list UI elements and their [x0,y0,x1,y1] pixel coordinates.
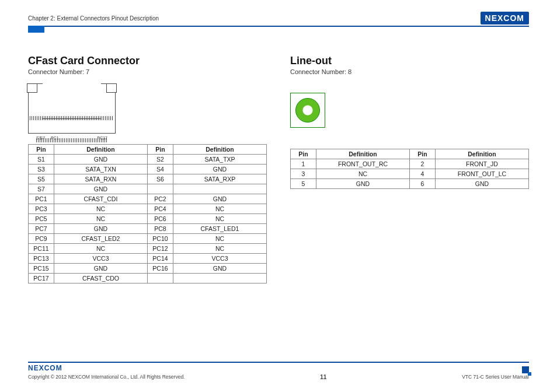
audio-jack-icon [295,98,320,123]
table-row: PC15GNDPC16GND [29,264,267,274]
th-def: Definition [54,145,148,155]
definition-cell: CFAST_CDO [54,274,148,284]
pin-cell: S4 [148,164,173,174]
definition-cell: GND [436,179,529,189]
definition-cell: NC [54,244,148,254]
definition-cell: CFAST_CDI [54,194,148,204]
lineout-diagram [290,93,325,128]
table-row: PC5NCPC6NC [29,214,267,224]
pin-cell: 6 [410,179,436,189]
th-def: Definition [173,145,267,155]
lineout-connector-number: Connector Number: 8 [290,68,529,75]
definition-cell: FRONT_OUT_RC [316,159,410,169]
pin-cell: PC10 [148,234,173,244]
pin-cell: PC9 [29,234,54,244]
chapter-title: Chapter 2: External Connectors Pinout De… [28,15,159,22]
footer-page-number: 11 [320,374,326,380]
pin-cell: 3 [291,169,316,179]
definition-cell: VCC3 [54,254,148,264]
footer-manual: VTC 71-C Series User Manual [462,374,529,380]
table-row: PC3NCPC4NC [29,204,267,214]
definition-cell: FRONT_OUT_LC [436,169,529,179]
table-row: S1GNDS2SATA_TXP [29,155,267,164]
definition-cell: NC [173,204,267,214]
th-pin: Pin [29,145,54,155]
table-row: PC9CFAST_LED2PC10NC [29,234,267,244]
footer-brand: NEXCOM [28,364,62,372]
definition-cell [173,184,267,194]
pin-cell: 1 [291,159,316,169]
cfast-title: CFast Card Connector [28,55,267,67]
lineout-pin-table: Pin Definition Pin Definition 1FRONT_OUT… [290,149,529,189]
cfast-section: CFast Card Connector Connector Number: 7… [28,55,267,284]
definition-cell: GND [173,264,267,274]
pin-cell: PC11 [29,244,54,254]
definition-cell [173,274,267,284]
pin-label-s7: S7 [40,136,45,140]
pin-cell: S7 [29,184,54,194]
pin-cell: PC16 [148,264,173,274]
table-row: PC7GNDPC8CFAST_LED1 [29,224,267,234]
lineout-section: Line-out Connector Number: 8 Pin Definit… [290,55,529,284]
page-header: Chapter 2: External Connectors Pinout De… [28,12,529,27]
pin-cell [148,274,173,284]
cfast-connector-number: Connector Number: 7 [28,68,267,75]
definition-cell: GND [54,264,148,274]
pin-cell: S2 [148,155,173,164]
lineout-title: Line-out [290,55,529,67]
pin-label-pc17: PC17 [97,136,107,140]
pin-cell: PC6 [148,214,173,224]
th-pin: Pin [410,149,436,159]
footer-decor-icon [522,366,529,373]
definition-cell: NC [316,169,410,179]
cfast-pin-table: Pin Definition Pin Definition S1GNDS2SAT… [28,144,267,284]
definition-cell: SATA_TXP [173,155,267,164]
definition-cell: NC [173,234,267,244]
definition-cell: FRONT_JD [436,159,529,169]
table-row: 3NC4FRONT_OUT_LC [291,169,529,179]
pin-cell: PC7 [29,224,54,234]
table-row: S5SATA_RXNS6SATA_RXP [29,174,267,184]
cfast-diagram: S1 S7 PC1 PC17 [28,83,267,139]
definition-cell: GND [173,164,267,174]
definition-cell: CFAST_LED2 [54,234,148,244]
pin-cell: 5 [291,179,316,189]
definition-cell: SATA_RXP [173,174,267,184]
th-pin: Pin [291,149,316,159]
table-row: PC1CFAST_CDIPC2GND [29,194,267,204]
definition-cell: SATA_TXN [54,164,148,174]
table-row: PC13VCC3PC14VCC3 [29,254,267,264]
pin-cell: PC3 [29,204,54,214]
pin-cell: PC15 [29,264,54,274]
definition-cell: VCC3 [173,254,267,264]
table-row: PC17CFAST_CDO [29,274,267,284]
pin-cell: PC4 [148,204,173,214]
pin-cell [148,184,173,194]
definition-cell: GND [54,155,148,164]
footer-copyright: Copyright © 2012 NEXCOM International Co… [28,374,184,380]
definition-cell: NC [173,214,267,224]
header-tab-decor [28,26,44,33]
pin-cell: S1 [29,155,54,164]
definition-cell: NC [54,214,148,224]
definition-cell: SATA_RXN [54,174,148,184]
th-def: Definition [316,149,410,159]
th-pin: Pin [148,145,173,155]
definition-cell: GND [54,184,148,194]
table-row: 5GND6GND [291,179,529,189]
pin-cell: PC5 [29,214,54,224]
pin-cell: PC13 [29,254,54,264]
pin-label-pc1: PC1 [51,136,59,140]
pin-cell: PC2 [148,194,173,204]
table-row: 1FRONT_OUT_RC2FRONT_JD [291,159,529,169]
table-row: PC11NCPC12NC [29,244,267,254]
page-footer: NEXCOM Copyright © 2012 NEXCOM Internati… [28,362,529,380]
pin-cell: 2 [410,159,436,169]
definition-cell: GND [316,179,410,189]
pin-cell: PC8 [148,224,173,234]
brand-logo: NEXCOM [481,12,529,24]
definition-cell: GND [54,224,148,234]
definition-cell: GND [173,194,267,204]
definition-cell: NC [173,244,267,254]
pin-cell: PC14 [148,254,173,264]
